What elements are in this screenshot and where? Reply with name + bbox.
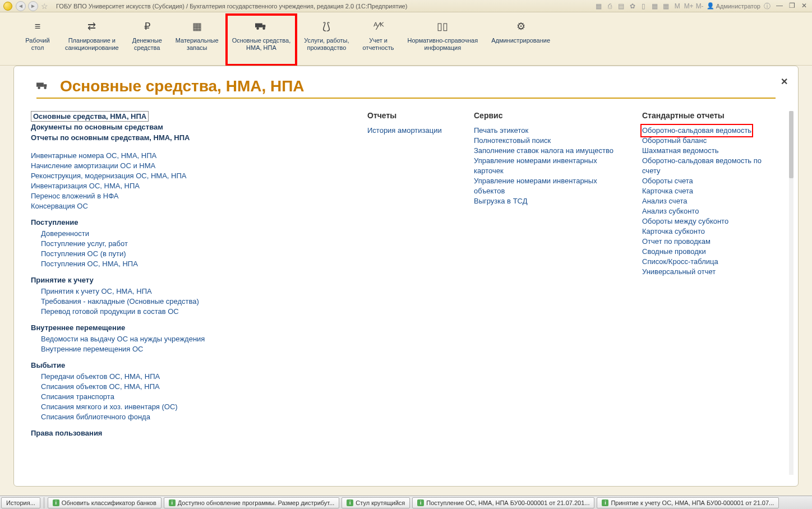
mem-mm[interactable]: M- (695, 2, 704, 11)
top-link[interactable]: Отчеты по основным средствам, НМА, НПА (31, 133, 345, 142)
statusbar-item[interactable]: iДоступно обновление программы. Размер д… (164, 497, 340, 508)
icon-print[interactable]: ⎙ (606, 2, 615, 11)
nav-link[interactable]: Перенос вложений в НФА (31, 191, 345, 201)
nav-link[interactable]: Выгрузка в ТСД (474, 196, 620, 206)
icon-star[interactable]: ✿ (628, 2, 637, 11)
nav-link[interactable]: Инвентаризация ОС, НМА, НПА (31, 181, 345, 191)
nav-link[interactable]: Оборотно-сальдовая ведомость по счету (642, 156, 771, 176)
icon-calc[interactable]: ▦ (662, 2, 671, 11)
main-tab-0[interactable]: ≡Рабочийстол (18, 15, 57, 65)
minimize-button[interactable]: — (775, 2, 784, 11)
nav-forward-button[interactable]: ► (28, 1, 38, 11)
info-icon: i (347, 499, 353, 506)
nav-link[interactable]: Списания объектов ОС, НМА, НПА (41, 382, 345, 392)
nav-link[interactable]: Управление номерами инвентарных объектов (474, 176, 620, 196)
nav-link[interactable]: Управление номерами инвентарных карточек (474, 156, 620, 176)
nav-link[interactable]: Консервация ОС (31, 201, 345, 211)
nav-link[interactable]: Списания транспорта (41, 392, 345, 402)
statusbar-separator (44, 497, 44, 508)
nav-link[interactable]: Сводные проводки (642, 247, 771, 257)
statusbar-item[interactable]: iОбновить классификатор банков (48, 497, 162, 508)
statusbar-item-label: Стул крутящийся (356, 499, 405, 506)
mem-mp[interactable]: M+ (684, 2, 693, 11)
icon-misc[interactable]: ▦ (594, 2, 603, 11)
titlebar-right-group: ▦ ⎙ ▤ ✿ ▯ ▦ ▦ M M+ M- 👤 Администратор ⓘ … (594, 2, 809, 11)
nav-link[interactable]: Списания мягкого и хоз. инвентаря (ОС) (41, 402, 345, 412)
mem-m[interactable]: M (673, 2, 682, 11)
highlighted-link[interactable]: Оборотно-сальдовая ведомость (642, 126, 751, 136)
panel-header: Основные средства, НМА, НПА (36, 77, 776, 99)
history-button[interactable]: История... (1, 497, 40, 508)
svg-rect-5 (44, 84, 47, 87)
main-tab-7[interactable]: ▯▯Нормативно-справочнаяинформация (402, 15, 483, 65)
admin-user-button[interactable]: 👤 Администратор (707, 2, 760, 10)
column-reports: ОтчетыИстория амортизации (367, 111, 451, 439)
nav-link[interactable]: Оборотный баланс (642, 136, 771, 146)
main-tab-label: Услуги, работы,производство (304, 37, 349, 52)
statusbar-item-label: Поступление ОС, НМА, НПА БУ00-000001 от … (426, 499, 589, 506)
svg-rect-1 (262, 25, 266, 27)
nav-link[interactable]: Отчет по проводкам (642, 237, 771, 247)
maximize-button[interactable]: ❐ (787, 2, 796, 11)
column-header: Стандартные отчеты (642, 111, 771, 120)
content-panel: ✕ Основные средства, НМА, НПА Основные с… (13, 66, 799, 487)
panel-close-button[interactable]: ✕ (781, 76, 788, 87)
scrollbar-thumb[interactable] (789, 111, 793, 178)
main-tab-1[interactable]: ⇄Планирование исанкционирование (59, 15, 124, 65)
nav-link[interactable]: Анализ счета (642, 196, 771, 206)
nav-link[interactable]: Карточка счета (642, 186, 771, 196)
nav-link[interactable]: Начисление амортизации ОС и НМА (31, 161, 345, 171)
money-icon: ₽ (132, 18, 162, 35)
nav-link[interactable]: Заполнение ставок налога на имущество (474, 146, 620, 156)
nav-link[interactable]: Передачи объектов ОС, НМА, НПА (41, 372, 345, 382)
main-tab-3[interactable]: ▦Материальныезапасы (170, 15, 224, 65)
sliders-icon: ⟅⟆ (304, 18, 349, 35)
top-link[interactable]: Документы по основным средствам (31, 123, 345, 131)
nav-link[interactable]: Поступления ОС, НМА, НПА (41, 259, 345, 269)
nav-link[interactable]: Списания библиотечного фонда (41, 412, 345, 422)
nav-back-button[interactable]: ◄ (16, 1, 26, 11)
nav-link[interactable]: Карточка субконто (642, 226, 771, 237)
main-tab-8[interactable]: ⚙Администрирование (486, 15, 556, 65)
help-icon[interactable]: ⓘ (763, 2, 772, 11)
icon-calendar[interactable]: ▦ (650, 2, 659, 11)
favorite-icon[interactable]: ☆ (41, 2, 50, 11)
nav-link[interactable]: Поступление услуг, работ (41, 239, 345, 249)
nav-link[interactable]: Универсальный отчет (642, 267, 771, 277)
main-tab-5[interactable]: ⟅⟆Услуги, работы,производство (298, 15, 354, 65)
nav-link[interactable]: Инвентарные номера ОС, НМА, НПА (31, 151, 345, 161)
nav-link[interactable]: Перевод готовой продукции в состав ОС (41, 307, 345, 317)
icon-doc[interactable]: ▤ (617, 2, 626, 11)
nav-link[interactable]: Список/Кросс-таблица (642, 257, 771, 267)
nav-link[interactable]: Доверенности (41, 229, 345, 239)
close-button[interactable]: ✕ (800, 2, 809, 11)
app-logo-icon (3, 2, 12, 11)
nav-link[interactable]: Принятия к учету ОС, НМА, НПА (41, 286, 345, 297)
nav-link[interactable]: Шахматная ведомость (642, 146, 771, 156)
main-tab-2[interactable]: ₽Денежныесредства (127, 15, 168, 65)
statusbar-item[interactable]: iПоступление ОС, НМА, НПА БУ00-000001 от… (412, 497, 594, 508)
main-tab-label: Планирование исанкционирование (65, 37, 119, 52)
icon-compare[interactable]: ▯ (639, 2, 648, 11)
history-label: История... (6, 499, 35, 506)
statusbar-item[interactable]: iПринятие к учету ОС, НМА, НПА БУ00-0000… (597, 497, 779, 508)
nav-link[interactable]: Полнотекстовый поиск (474, 136, 620, 146)
nav-link[interactable]: Ведомости на выдачу ОС на нужды учрежден… (41, 334, 345, 344)
group-title: Выбытие (31, 361, 345, 369)
main-tab-4[interactable]: Основные средства,НМА, НПА (227, 15, 297, 65)
main-tab-label: Основные средства,НМА, НПА (232, 37, 291, 52)
nav-link[interactable]: Обороты между субконто (642, 216, 771, 226)
nav-link[interactable]: История амортизации (367, 126, 451, 136)
nav-link[interactable]: Реконструкция, модернизация ОС, НМА, НПА (31, 171, 345, 181)
nav-link[interactable]: Внутренние перемещения ОС (41, 344, 345, 354)
top-link[interactable]: Основные средства, НМА, НПА (31, 111, 149, 122)
nav-link[interactable]: Печать этикеток (474, 126, 620, 136)
nav-link[interactable]: Требования - накладные (Основные средств… (41, 297, 345, 307)
column-header: Отчеты (367, 111, 451, 120)
statusbar-item[interactable]: iСтул крутящийся (342, 497, 410, 508)
nav-link[interactable]: Оборотно-сальдовая ведомость (642, 126, 751, 136)
nav-link[interactable]: Обороты счета (642, 176, 771, 186)
nav-link[interactable]: Поступления ОС (в пути) (41, 249, 345, 259)
nav-link[interactable]: Анализ субконто (642, 206, 771, 216)
main-tab-6[interactable]: ᴬ⁄ᴷУчет иотчетность (357, 15, 400, 65)
